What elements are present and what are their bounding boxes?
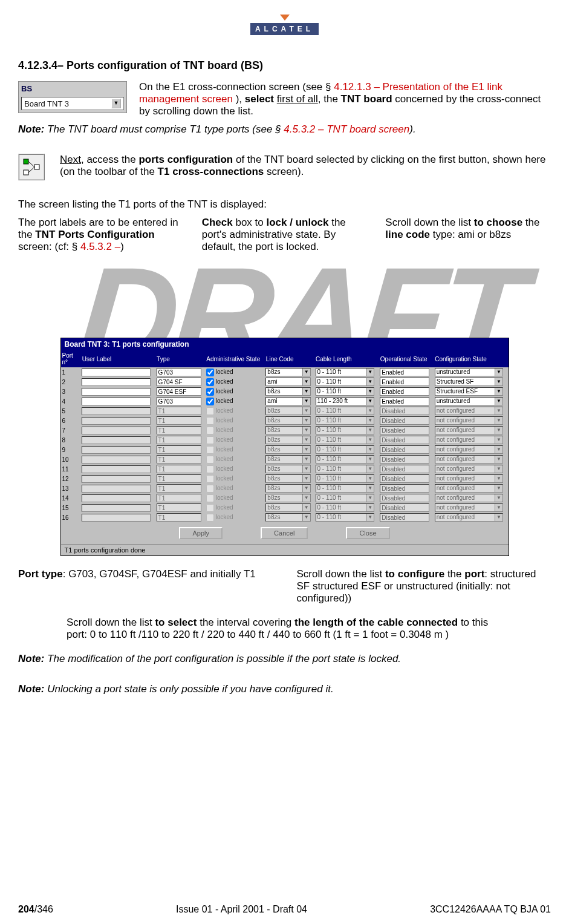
- note-3: Note: Unlocking a port state is only pos…: [18, 683, 551, 695]
- logo-text: ALCATEL: [250, 23, 319, 35]
- svg-rect-1: [24, 170, 28, 175]
- op-state-field: Disabled: [380, 474, 429, 483]
- type-field: G703: [157, 368, 201, 376]
- chevron-down-icon[interactable]: ▼: [366, 378, 374, 385]
- op-state-field: Enabled: [380, 368, 429, 376]
- locked-label: locked: [216, 446, 233, 453]
- locked-checkbox[interactable]: [206, 369, 214, 376]
- cable-length-select[interactable]: 110 - 230 ft▼: [316, 397, 375, 405]
- chevron-down-icon[interactable]: ▼: [366, 388, 374, 395]
- op-state-field: Disabled: [380, 416, 429, 425]
- line-code-select[interactable]: b8zs▼: [265, 368, 310, 376]
- locked-checkbox[interactable]: [206, 378, 214, 386]
- chevron-down-icon[interactable]: ▼: [302, 388, 310, 395]
- line-code-select: b8zs▼: [265, 436, 310, 444]
- bs-selector-box: BS Board TNT 3 ▼: [18, 81, 127, 113]
- cable-length-select: 0 - 110 ft▼: [316, 407, 375, 415]
- op-state-field: Disabled: [380, 513, 429, 522]
- chevron-down-icon: ▼: [302, 504, 310, 511]
- svg-rect-2: [34, 165, 39, 169]
- chevron-down-icon: ▼: [366, 504, 374, 511]
- line-code-select[interactable]: ami▼: [265, 378, 310, 386]
- locked-checkbox: [206, 446, 214, 454]
- th-conf: Configuration State: [434, 350, 508, 367]
- apply-button[interactable]: Apply: [179, 527, 223, 539]
- op-state-field: Disabled: [380, 445, 429, 454]
- table-header-row: Port n° User Label Type Administrative S…: [61, 350, 509, 367]
- chevron-down-icon: ▼: [302, 494, 310, 502]
- chevron-down-icon: ▼: [495, 427, 502, 434]
- cell-port-num: 15: [61, 503, 81, 513]
- cable-length-select[interactable]: 0 - 110 ft▼: [316, 368, 375, 376]
- cell-port-num: 10: [61, 454, 81, 464]
- locked-checkbox[interactable]: [206, 398, 214, 405]
- user-label-input[interactable]: [82, 378, 150, 386]
- chevron-down-icon: ▼: [302, 427, 310, 434]
- config-state-select[interactable]: unstructured▼: [435, 368, 503, 376]
- chevron-down-icon: ▼: [366, 407, 374, 414]
- table-row: 11T1lockedb8zs▼0 - 110 ft▼Disablednot co…: [61, 464, 509, 474]
- line-code-select: b8zs▼: [265, 513, 310, 522]
- line-code-select[interactable]: ami▼: [265, 397, 310, 405]
- th-line: Line Code: [264, 350, 314, 367]
- line-code-select: b8zs▼: [265, 465, 310, 473]
- cable-length-select: 0 - 110 ft▼: [316, 503, 375, 512]
- line-code-select: b8zs▼: [265, 474, 310, 483]
- chevron-down-icon[interactable]: ▼: [495, 369, 502, 376]
- chevron-down-icon[interactable]: ▼: [495, 398, 502, 405]
- user-label-input: [82, 504, 150, 512]
- cell-port-num: 4: [61, 396, 81, 406]
- config-state-select[interactable]: Structured SF▼: [435, 378, 503, 386]
- cable-length-select[interactable]: 0 - 110 ft▼: [316, 387, 375, 396]
- paragraph-2: Next, access the ports configuration of …: [60, 154, 551, 178]
- user-label-input[interactable]: [82, 369, 150, 376]
- chevron-down-icon: ▼: [495, 485, 502, 492]
- cable-length-select: 0 - 110 ft▼: [316, 484, 375, 493]
- chevron-down-icon[interactable]: ▼: [302, 369, 310, 376]
- config-state-select[interactable]: unstructured▼: [435, 397, 503, 405]
- chevron-down-icon[interactable]: ▼: [366, 369, 374, 376]
- chevron-down-icon[interactable]: ▼: [111, 99, 121, 108]
- chevron-down-icon: ▼: [366, 436, 374, 444]
- table-row: 2G704 SFlockedami▼0 - 110 ft▼EnabledStru…: [61, 377, 509, 387]
- cancel-button[interactable]: Cancel: [261, 527, 308, 539]
- cell-port-num: 8: [61, 435, 81, 445]
- op-state-field: Enabled: [380, 378, 429, 386]
- config-state-select[interactable]: Structured ESF▼: [435, 387, 503, 396]
- cell-port-num: 2: [61, 377, 81, 387]
- cable-length-select: 0 - 110 ft▼: [316, 465, 375, 473]
- bs-dropdown[interactable]: Board TNT 3 ▼: [21, 97, 124, 110]
- user-label-input: [82, 417, 150, 425]
- locked-checkbox[interactable]: [206, 388, 214, 396]
- chevron-down-icon[interactable]: ▼: [302, 398, 310, 405]
- chevron-down-icon[interactable]: ▼: [495, 388, 502, 395]
- annotation-config-state: Scroll down the list to configure the po…: [297, 568, 551, 605]
- cable-length-select[interactable]: 0 - 110 ft▼: [316, 378, 375, 386]
- chevron-down-icon[interactable]: ▼: [366, 398, 374, 405]
- toolbar-ports-config-icon[interactable]: [18, 154, 45, 180]
- type-field: T1: [157, 474, 201, 483]
- line-code-select: b8zs▼: [265, 455, 310, 464]
- op-state-field: Disabled: [380, 407, 429, 415]
- user-label-input[interactable]: [82, 398, 150, 405]
- chevron-down-icon: ▼: [366, 456, 374, 463]
- locked-checkbox: [206, 514, 214, 522]
- locked-label: locked: [216, 427, 233, 433]
- type-field: G704 ESF: [157, 387, 201, 396]
- type-field: T1: [157, 465, 201, 473]
- chevron-down-icon[interactable]: ▼: [495, 378, 502, 385]
- status-bar: T1 ports configuration done: [61, 544, 509, 555]
- op-state-field: Disabled: [380, 436, 429, 444]
- cell-port-num: 1: [61, 367, 81, 377]
- user-label-input: [82, 436, 150, 444]
- close-button[interactable]: Close: [346, 527, 389, 539]
- user-label-input[interactable]: [82, 388, 150, 396]
- th-op: Operational State: [379, 350, 433, 367]
- chevron-down-icon[interactable]: ▼: [302, 378, 310, 385]
- line-code-select[interactable]: b8zs▼: [265, 387, 310, 396]
- user-label-input: [82, 485, 150, 493]
- op-state-field: Disabled: [380, 503, 429, 512]
- locked-label: locked: [216, 398, 233, 404]
- bs-dropdown-value: Board TNT 3: [24, 99, 69, 108]
- line-code-select: b8zs▼: [265, 416, 310, 425]
